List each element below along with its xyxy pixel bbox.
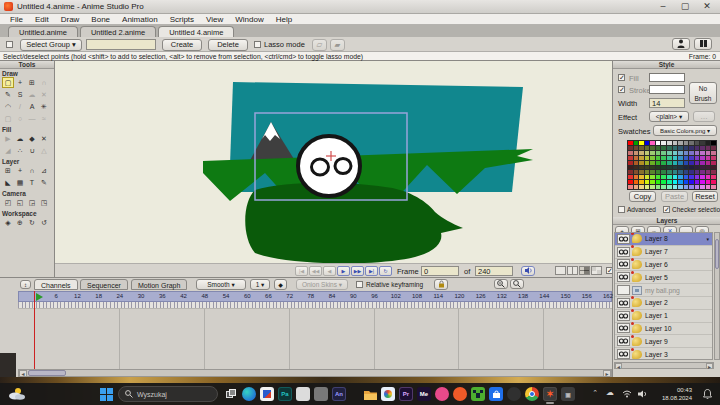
canvas[interactable]: [55, 61, 612, 263]
gray-app-icon[interactable]: [314, 387, 328, 401]
three-view-button[interactable]: [579, 266, 590, 275]
frame-input[interactable]: 0: [421, 266, 459, 276]
tool-translate-layer[interactable]: +: [14, 165, 26, 176]
palette-swatch[interactable]: [706, 180, 711, 184]
menu-scripts[interactable]: Scripts: [164, 15, 200, 24]
palette-swatch[interactable]: [684, 161, 689, 165]
weather-widget[interactable]: [8, 387, 26, 403]
palette-swatch[interactable]: [661, 180, 666, 184]
width-input[interactable]: 14: [649, 98, 685, 108]
tools-panel-header[interactable]: Tools: [0, 61, 54, 69]
flip-v-button[interactable]: ▰: [330, 39, 345, 51]
palette-swatch[interactable]: [667, 146, 672, 150]
layer-row-layer-3[interactable]: Layer 3: [615, 348, 712, 360]
ball-character[interactable]: [298, 136, 360, 196]
palette-swatch[interactable]: [695, 141, 700, 145]
palette-swatch[interactable]: [678, 170, 683, 174]
palette-swatch[interactable]: [678, 141, 683, 145]
lock-button[interactable]: [434, 279, 448, 290]
palette-swatch[interactable]: [639, 161, 644, 165]
tool-curvature[interactable]: ◠: [2, 101, 14, 112]
layers-panel-header[interactable]: Layers: [613, 217, 720, 225]
menu-window[interactable]: Window: [229, 15, 269, 24]
palette-swatch[interactable]: [650, 175, 655, 179]
tool-pan-tilt-camera[interactable]: ◳: [38, 197, 50, 208]
palette-swatch[interactable]: [661, 166, 666, 170]
palette-swatch[interactable]: [667, 175, 672, 179]
effect-dropdown[interactable]: <plain> ▾: [649, 111, 689, 122]
palette-swatch[interactable]: [689, 185, 694, 189]
palette-swatch[interactable]: [695, 175, 700, 179]
menu-draw[interactable]: Draw: [55, 15, 86, 24]
palette-swatch[interactable]: [645, 170, 650, 174]
palette-swatch[interactable]: [706, 170, 711, 174]
palette-swatch[interactable]: [639, 175, 644, 179]
palette-swatch[interactable]: [645, 180, 650, 184]
palette-swatch[interactable]: [667, 151, 672, 155]
copy-style-button[interactable]: Copy: [629, 191, 656, 202]
light-app-icon[interactable]: [296, 387, 310, 401]
palette-swatch[interactable]: [700, 151, 705, 155]
palette-swatch[interactable]: [628, 141, 633, 145]
palette-swatch[interactable]: [678, 151, 683, 155]
next-frame-button[interactable]: ▶▶: [351, 266, 364, 276]
prev-frame-button[interactable]: ◀: [323, 266, 336, 276]
game-bar-icon[interactable]: ▣: [561, 387, 575, 401]
tool-rotate-points[interactable]: ∩: [38, 77, 50, 88]
palette-swatch[interactable]: [684, 170, 689, 174]
palette-swatch[interactable]: [639, 185, 644, 189]
select-all-checkbox[interactable]: [6, 41, 13, 48]
keyframe-button[interactable]: ◆: [274, 279, 287, 290]
playhead[interactable]: [34, 291, 35, 369]
flip-h-button[interactable]: ▱: [312, 39, 327, 51]
palette-swatch[interactable]: [706, 166, 711, 170]
tool-track-camera[interactable]: ◰: [2, 197, 14, 208]
tool-create-shape[interactable]: ☁: [14, 133, 26, 144]
tool-noise[interactable]: ≈: [38, 113, 50, 124]
palette-swatch[interactable]: [667, 141, 672, 145]
library-button[interactable]: [694, 38, 712, 50]
tool-layer-text[interactable]: T: [26, 177, 38, 188]
palette-swatch[interactable]: [700, 175, 705, 179]
tool-line-width[interactable]: △: [38, 145, 50, 156]
tool-insert-text[interactable]: A: [26, 101, 38, 112]
palette-swatch[interactable]: [684, 166, 689, 170]
group-name-input[interactable]: [86, 39, 156, 50]
palette-swatch[interactable]: [673, 161, 678, 165]
create-button[interactable]: Create: [162, 39, 202, 51]
palette-swatch[interactable]: [645, 175, 650, 179]
palette-swatch[interactable]: [656, 146, 661, 150]
effect-options-button[interactable]: …: [693, 111, 715, 122]
palette-swatch[interactable]: [639, 141, 644, 145]
layers-hscrollbar[interactable]: ◄ ►: [614, 362, 714, 369]
swatches-dropdown[interactable]: Basic Colors.png ▾: [653, 125, 717, 136]
cycle-count-dropdown[interactable]: 1 ▾: [250, 279, 270, 290]
media-encoder-icon[interactable]: Me: [417, 387, 431, 401]
palette-swatch[interactable]: [650, 161, 655, 165]
palette-swatch[interactable]: [711, 170, 716, 174]
timeline-hscrollbar[interactable]: ◄ ►: [18, 369, 612, 377]
tool-scale-points[interactable]: ⊞: [26, 77, 38, 88]
palette-swatch[interactable]: [684, 185, 689, 189]
palette-swatch[interactable]: [689, 161, 694, 165]
interpolation-dropdown[interactable]: Smooth ▾: [196, 279, 246, 290]
tool-draw-line[interactable]: —: [26, 113, 38, 124]
tool-select-points[interactable]: ▢: [2, 77, 14, 88]
palette-swatch[interactable]: [684, 146, 689, 150]
palette-swatch[interactable]: [700, 156, 705, 160]
stroke-color-swatch[interactable]: [649, 85, 685, 94]
menu-view[interactable]: View: [200, 15, 229, 24]
palette-swatch[interactable]: [645, 156, 650, 160]
tool-zoom-workspace[interactable]: ⊕: [14, 217, 26, 228]
tool-scatter-brush[interactable]: ✳: [38, 101, 50, 112]
tool-stroke-exposure[interactable]: ∴: [14, 145, 26, 156]
palette-swatch[interactable]: [678, 175, 683, 179]
palette-swatch[interactable]: [695, 185, 700, 189]
timeline-collapse-button[interactable]: ↕: [20, 280, 31, 289]
palette-swatch[interactable]: [673, 185, 678, 189]
palette-swatch[interactable]: [656, 170, 661, 174]
menu-file[interactable]: File: [4, 15, 29, 24]
palette-swatch[interactable]: [684, 151, 689, 155]
task-view-icon[interactable]: [224, 387, 238, 401]
visibility-toggle[interactable]: [617, 285, 630, 295]
